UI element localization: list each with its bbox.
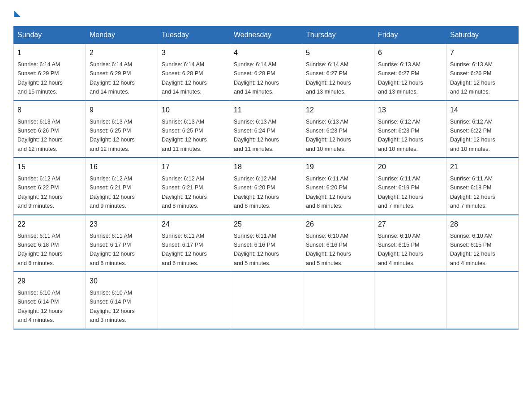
day-number: 18: [234, 162, 298, 172]
calendar-week-1: 1 Sunrise: 6:14 AMSunset: 6:29 PMDayligh…: [14, 44, 519, 101]
calendar-week-5: 29 Sunrise: 6:10 AMSunset: 6:14 PMDaylig…: [14, 272, 519, 329]
calendar-week-2: 8 Sunrise: 6:13 AMSunset: 6:26 PMDayligh…: [14, 101, 519, 158]
day-info: Sunrise: 6:10 AMSunset: 6:16 PMDaylight:…: [306, 233, 351, 266]
day-number: 16: [90, 162, 154, 172]
calendar-cell: [158, 272, 230, 329]
day-number: 4: [234, 47, 298, 58]
calendar-cell: 30 Sunrise: 6:10 AMSunset: 6:14 PMDaylig…: [86, 272, 158, 329]
calendar-cell: 29 Sunrise: 6:10 AMSunset: 6:14 PMDaylig…: [14, 272, 86, 329]
day-info: Sunrise: 6:12 AMSunset: 6:21 PMDaylight:…: [90, 176, 135, 209]
day-info: Sunrise: 6:13 AMSunset: 6:25 PMDaylight:…: [162, 119, 207, 152]
day-header-saturday: Saturday: [446, 26, 519, 44]
day-info: Sunrise: 6:11 AMSunset: 6:18 PMDaylight:…: [450, 176, 495, 209]
day-info: Sunrise: 6:12 AMSunset: 6:22 PMDaylight:…: [450, 119, 495, 152]
logo: [13, 9, 21, 17]
day-header-monday: Monday: [86, 26, 158, 44]
day-number: 15: [17, 162, 82, 172]
calendar-cell: [374, 272, 446, 329]
calendar-cell: 10 Sunrise: 6:13 AMSunset: 6:25 PMDaylig…: [158, 101, 230, 158]
calendar-cell: 9 Sunrise: 6:13 AMSunset: 6:25 PMDayligh…: [86, 101, 158, 158]
day-info: Sunrise: 6:12 AMSunset: 6:21 PMDaylight:…: [162, 176, 207, 209]
day-number: 23: [90, 219, 154, 230]
logo-group: [13, 9, 21, 17]
day-number: 11: [234, 105, 298, 116]
day-info: Sunrise: 6:10 AMSunset: 6:14 PMDaylight:…: [90, 290, 135, 323]
calendar-table: SundayMondayTuesdayWednesdayThursdayFrid…: [13, 26, 519, 330]
calendar-cell: 8 Sunrise: 6:13 AMSunset: 6:26 PMDayligh…: [14, 101, 86, 158]
day-info: Sunrise: 6:13 AMSunset: 6:23 PMDaylight:…: [306, 119, 351, 152]
day-header-wednesday: Wednesday: [230, 26, 302, 44]
day-headers-row: SundayMondayTuesdayWednesdayThursdayFrid…: [14, 26, 519, 44]
day-info: Sunrise: 6:13 AMSunset: 6:27 PMDaylight:…: [378, 61, 423, 95]
day-info: Sunrise: 6:11 AMSunset: 6:17 PMDaylight:…: [90, 233, 135, 266]
day-info: Sunrise: 6:14 AMSunset: 6:28 PMDaylight:…: [234, 61, 279, 95]
day-number: 17: [162, 162, 226, 172]
day-number: 30: [90, 276, 154, 287]
day-header-friday: Friday: [374, 26, 446, 44]
calendar-cell: 19 Sunrise: 6:11 AMSunset: 6:20 PMDaylig…: [302, 158, 374, 215]
day-number: 29: [17, 276, 82, 287]
calendar-cell: 7 Sunrise: 6:13 AMSunset: 6:26 PMDayligh…: [446, 44, 519, 101]
day-header-tuesday: Tuesday: [158, 26, 230, 44]
day-info: Sunrise: 6:11 AMSunset: 6:16 PMDaylight:…: [234, 233, 279, 266]
calendar-header: SundayMondayTuesdayWednesdayThursdayFrid…: [14, 26, 519, 44]
calendar-cell: [302, 272, 374, 329]
day-number: 25: [234, 219, 298, 230]
calendar-cell: 23 Sunrise: 6:11 AMSunset: 6:17 PMDaylig…: [86, 215, 158, 272]
day-info: Sunrise: 6:13 AMSunset: 6:26 PMDaylight:…: [450, 61, 495, 95]
day-info: Sunrise: 6:11 AMSunset: 6:17 PMDaylight:…: [162, 233, 207, 266]
calendar-week-3: 15 Sunrise: 6:12 AMSunset: 6:22 PMDaylig…: [14, 158, 519, 215]
calendar-cell: 27 Sunrise: 6:10 AMSunset: 6:15 PMDaylig…: [374, 215, 446, 272]
day-number: 1: [17, 47, 82, 58]
day-number: 2: [90, 47, 154, 58]
calendar-cell: 21 Sunrise: 6:11 AMSunset: 6:18 PMDaylig…: [446, 158, 519, 215]
calendar-cell: 11 Sunrise: 6:13 AMSunset: 6:24 PMDaylig…: [230, 101, 302, 158]
calendar-cell: 6 Sunrise: 6:13 AMSunset: 6:27 PMDayligh…: [374, 44, 446, 101]
day-info: Sunrise: 6:13 AMSunset: 6:25 PMDaylight:…: [90, 119, 135, 152]
day-info: Sunrise: 6:12 AMSunset: 6:22 PMDaylight:…: [17, 176, 63, 209]
day-number: 19: [306, 162, 370, 172]
calendar-cell: 20 Sunrise: 6:11 AMSunset: 6:19 PMDaylig…: [374, 158, 446, 215]
day-number: 20: [378, 162, 442, 172]
calendar-cell: 5 Sunrise: 6:14 AMSunset: 6:27 PMDayligh…: [302, 44, 374, 101]
day-number: 13: [378, 105, 442, 116]
day-info: Sunrise: 6:13 AMSunset: 6:24 PMDaylight:…: [234, 119, 279, 152]
day-number: 6: [378, 47, 442, 58]
calendar-cell: 22 Sunrise: 6:11 AMSunset: 6:18 PMDaylig…: [14, 215, 86, 272]
day-info: Sunrise: 6:13 AMSunset: 6:26 PMDaylight:…: [17, 119, 63, 152]
calendar-cell: 24 Sunrise: 6:11 AMSunset: 6:17 PMDaylig…: [158, 215, 230, 272]
day-header-thursday: Thursday: [302, 26, 374, 44]
day-info: Sunrise: 6:14 AMSunset: 6:29 PMDaylight:…: [90, 61, 135, 95]
page-header: [13, 9, 519, 17]
day-number: 27: [378, 219, 442, 230]
calendar-cell: 28 Sunrise: 6:10 AMSunset: 6:15 PMDaylig…: [446, 215, 519, 272]
calendar-cell: 12 Sunrise: 6:13 AMSunset: 6:23 PMDaylig…: [302, 101, 374, 158]
day-number: 21: [450, 162, 515, 172]
calendar-cell: 18 Sunrise: 6:12 AMSunset: 6:20 PMDaylig…: [230, 158, 302, 215]
calendar-cell: 17 Sunrise: 6:12 AMSunset: 6:21 PMDaylig…: [158, 158, 230, 215]
day-info: Sunrise: 6:10 AMSunset: 6:15 PMDaylight:…: [450, 233, 495, 266]
calendar-cell: 1 Sunrise: 6:14 AMSunset: 6:29 PMDayligh…: [14, 44, 86, 101]
day-number: 26: [306, 219, 370, 230]
day-info: Sunrise: 6:14 AMSunset: 6:28 PMDaylight:…: [162, 61, 207, 95]
calendar-cell: [446, 272, 519, 329]
calendar-cell: 26 Sunrise: 6:10 AMSunset: 6:16 PMDaylig…: [302, 215, 374, 272]
day-number: 8: [17, 105, 82, 116]
day-number: 7: [450, 47, 515, 58]
logo-row1: [13, 9, 21, 17]
day-number: 9: [90, 105, 154, 116]
day-info: Sunrise: 6:14 AMSunset: 6:27 PMDaylight:…: [306, 61, 351, 95]
day-info: Sunrise: 6:11 AMSunset: 6:20 PMDaylight:…: [306, 176, 351, 209]
day-header-sunday: Sunday: [14, 26, 86, 44]
day-info: Sunrise: 6:11 AMSunset: 6:19 PMDaylight:…: [378, 176, 423, 209]
calendar-cell: 25 Sunrise: 6:11 AMSunset: 6:16 PMDaylig…: [230, 215, 302, 272]
day-number: 3: [162, 47, 226, 58]
day-number: 5: [306, 47, 370, 58]
calendar-cell: 3 Sunrise: 6:14 AMSunset: 6:28 PMDayligh…: [158, 44, 230, 101]
day-info: Sunrise: 6:11 AMSunset: 6:18 PMDaylight:…: [17, 233, 63, 266]
calendar-cell: 2 Sunrise: 6:14 AMSunset: 6:29 PMDayligh…: [86, 44, 158, 101]
day-number: 12: [306, 105, 370, 116]
calendar-cell: 4 Sunrise: 6:14 AMSunset: 6:28 PMDayligh…: [230, 44, 302, 101]
day-info: Sunrise: 6:12 AMSunset: 6:20 PMDaylight:…: [234, 176, 279, 209]
day-info: Sunrise: 6:10 AMSunset: 6:15 PMDaylight:…: [378, 233, 423, 266]
